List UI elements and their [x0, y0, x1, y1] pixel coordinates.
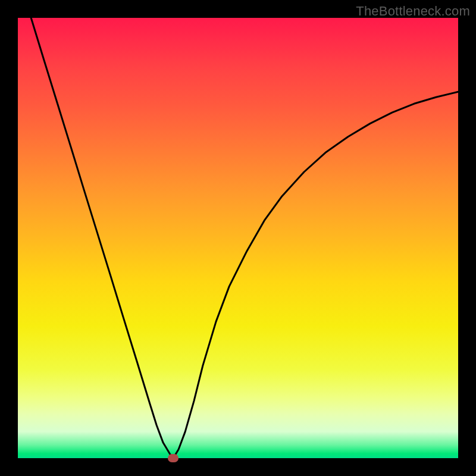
curve-svg	[18, 18, 458, 458]
optimum-marker	[168, 454, 178, 462]
watermark-text: TheBottleneck.com	[356, 4, 470, 19]
chart-container: TheBottleneck.com	[0, 0, 476, 476]
plot-area	[18, 18, 458, 458]
bottleneck-curve	[31, 18, 458, 458]
